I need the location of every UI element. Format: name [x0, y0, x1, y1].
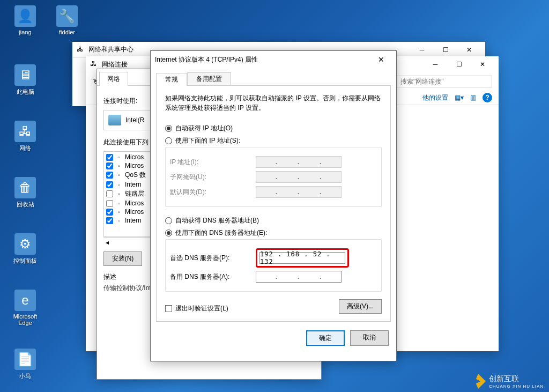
app-icon: 🖥 [14, 64, 36, 86]
icon-label: 控制面板 [6, 257, 44, 265]
icon-label: 此电脑 [6, 88, 44, 96]
adapter-icon [108, 115, 121, 125]
input-dns1[interactable]: 192 . 168 . 52 . 132 [259, 252, 345, 264]
desktop-icon[interactable]: 📄小马 [6, 349, 44, 380]
titlebar[interactable]: Internet 协议版本 4 (TCP/IPv4) 属性 ✕ [151, 51, 396, 68]
component-label: Intern [125, 181, 142, 188]
minimize-button[interactable]: ─ [410, 42, 434, 58]
desktop-icon[interactable]: ⚙控制面板 [6, 233, 44, 265]
input-dns2[interactable]: . . . [256, 271, 342, 283]
cancel-button[interactable]: 取消 [350, 330, 389, 346]
app-icon: e [14, 290, 36, 311]
input-ip: . . . [256, 156, 342, 168]
watermark-text: 创新互联 [489, 374, 519, 383]
window-controls: ─ ☐ ✕ [410, 42, 481, 58]
checkbox-icon [165, 305, 172, 312]
component-label: Micros [125, 208, 144, 216]
advanced-button[interactable]: 高级(V)... [339, 299, 382, 314]
checkbox[interactable] [106, 217, 113, 224]
icon-label: 网络 [6, 144, 44, 152]
view-icon[interactable]: ▦▾ [455, 94, 464, 101]
watermark-subtext: CHUANG XIN HU LIAN [489, 384, 544, 389]
dns-field-group: 首选 DNS 服务器(P): 192 . 168 . 52 . 132 备用 D… [165, 239, 382, 292]
validate-checkbox[interactable]: 退出时验证设置(L) [165, 304, 228, 313]
checkbox[interactable] [106, 190, 113, 197]
general-panel: 如果网络支持此功能，则可以获取自动指派的 IP 设置。否则，你需要从网络系统管理… [156, 85, 391, 322]
app-icon: 👤 [14, 5, 36, 27]
tab-alternate[interactable]: 备用配置 [187, 72, 231, 85]
component-icon: ▫ [115, 162, 123, 169]
checkbox[interactable] [106, 162, 113, 169]
icon-label: 小马 [6, 372, 44, 380]
search-input[interactable] [396, 76, 492, 87]
desktop-icon[interactable]: 👤jiang [6, 5, 44, 35]
label-mask: 子网掩码(U): [170, 173, 256, 182]
watermark-logo-icon [471, 374, 486, 389]
checkbox[interactable] [106, 154, 113, 161]
label-ip: IP 地址(I): [170, 158, 256, 167]
checkbox[interactable] [106, 181, 113, 188]
window-tcpip-properties: Internet 协议版本 4 (TCP/IPv4) 属性 ✕ 常规 备用配置 … [150, 50, 397, 361]
radio-icon [165, 230, 172, 236]
help-icon[interactable]: ? [483, 93, 492, 102]
tab-network[interactable]: 网络 [99, 72, 128, 86]
component-icon: ▫ [115, 199, 123, 207]
checkbox[interactable] [106, 172, 113, 179]
desktop-icon[interactable]: eMicrosoft Edge [6, 290, 44, 326]
component-icon: ▫ [115, 217, 123, 224]
desktop-icon[interactable]: 🗑回收站 [6, 177, 44, 209]
app-icon: 📄 [14, 349, 36, 370]
component-icon: ▫ [115, 208, 123, 216]
window-title: Internet 协议版本 4 (TCP/IPv4) 属性 [155, 55, 370, 64]
component-icon: ▫ [115, 190, 123, 198]
radio-icon [165, 125, 172, 132]
radio-auto-dns[interactable]: 自动获得 DNS 服务器地址(B) [165, 215, 382, 227]
adapter-name: Intel(R [125, 116, 144, 124]
component-icon: ▫ [115, 172, 123, 179]
app-icon: 🔧 [56, 5, 78, 27]
label-dns2: 备用 DNS 服务器(A): [170, 272, 256, 282]
component-icon: ▫ [115, 181, 123, 188]
component-label: QoS 数 [125, 171, 146, 180]
radio-manual-dns[interactable]: 使用下面的 DNS 服务器地址(E): [165, 227, 382, 239]
ip-field-group: IP 地址(I): . . . 子网掩码(U): . . . 默认网关(D): … [165, 147, 382, 207]
window-controls: ─ ☐ ✕ [424, 56, 494, 72]
dns1-highlight: 192 . 168 . 52 . 132 [256, 248, 349, 268]
input-mask: . . . [256, 171, 342, 183]
radio-icon [165, 217, 172, 224]
maximize-button[interactable]: ☐ [447, 56, 471, 72]
install-button[interactable]: 安装(N) [103, 252, 142, 266]
desktop-icon[interactable]: 🖥此电脑 [6, 64, 44, 96]
component-icon: ▫ [115, 153, 123, 161]
maximize-button[interactable]: ☐ [434, 42, 457, 58]
radio-manual-ip[interactable]: 使用下面的 IP 地址(S): [165, 135, 382, 147]
minimize-button[interactable]: ─ [424, 56, 447, 72]
checkbox[interactable] [106, 209, 113, 216]
app-icon: 🖧 [14, 121, 36, 142]
settings-link[interactable]: 他的设置 [422, 93, 448, 102]
label-dns1: 首选 DNS 服务器(P): [170, 254, 256, 263]
app-icon: 🗑 [14, 177, 36, 198]
radio-auto-ip[interactable]: 自动获得 IP 地址(O) [165, 122, 382, 135]
radio-icon [165, 137, 172, 144]
ok-button[interactable]: 确定 [306, 330, 345, 346]
close-button[interactable]: ✕ [457, 42, 481, 58]
close-button[interactable]: ✕ [471, 56, 494, 72]
checkbox[interactable] [106, 200, 113, 207]
desktop-icon[interactable]: 🔧fiddler [48, 5, 86, 35]
tabs: 常规 备用配置 [151, 68, 396, 85]
network-icon: 🖧 [77, 46, 85, 54]
component-label: 链路层 [125, 189, 144, 198]
icon-label: jiang [6, 29, 44, 35]
tab-general[interactable]: 常规 [156, 73, 187, 86]
network-icon: 🖧 [90, 60, 99, 69]
component-label: Micros [125, 153, 144, 161]
component-label: Micros [125, 162, 144, 169]
icon-label: 回收站 [6, 201, 44, 209]
desktop-icon[interactable]: 🖧网络 [6, 121, 44, 152]
close-button[interactable]: ✕ [370, 55, 392, 64]
component-label: Intern [125, 217, 142, 224]
intro-text: 如果网络支持此功能，则可以获取自动指派的 IP 设置。否则，你需要从网络系统管理… [165, 93, 382, 113]
component-label: Micros [125, 199, 144, 207]
details-icon[interactable]: ▥ [470, 94, 476, 101]
